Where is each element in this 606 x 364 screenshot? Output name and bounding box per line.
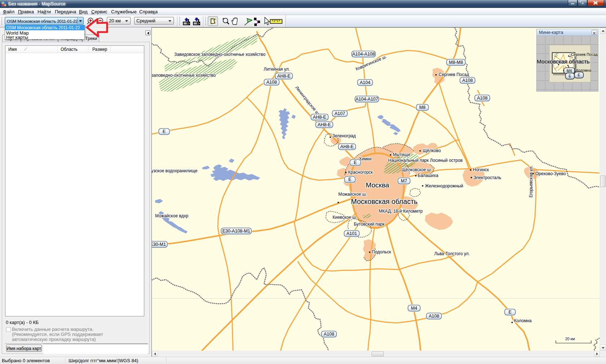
svg-text:Балашиха: Балашиха: [418, 173, 438, 178]
svg-text:АН8-Е: АН8-Е: [318, 122, 331, 127]
svg-text:МКАД, 18-й Километр: МКАД, 18-й Километр: [379, 209, 423, 214]
svg-text:Московская область: Московская область: [537, 58, 590, 65]
svg-text:М4: М4: [411, 306, 417, 311]
svg-text:Железнодорожный: Железнодорожный: [425, 183, 463, 188]
svg-text:Подольск: Подольск: [372, 249, 391, 254]
svg-text:Щёлковское ш.: Щёлковское ш.: [401, 167, 432, 172]
svg-text:АН8-Е: АН8-Е: [313, 115, 326, 120]
svg-text:Коломна: Коломна: [514, 318, 532, 323]
svg-text:А108: А108: [462, 78, 473, 83]
svg-text:А108: А108: [266, 80, 277, 85]
svg-text:Сергиев Посад: Сергиев Посад: [439, 72, 469, 77]
svg-text:Е: Е: [163, 129, 166, 134]
svg-text:Можайское вдхр: Можайское вдхр: [155, 213, 188, 218]
svg-text:узское водохранилище: узское водохранилище: [152, 168, 198, 173]
svg-text:заповедно-охотничье хозяйство: заповедно-охотничье хозяйство: [152, 73, 216, 78]
svg-text:Е30-М1: Е30-М1: [152, 242, 166, 247]
svg-text:АН8-Е: АН8-Е: [277, 74, 291, 79]
svg-text:Можайское ш.: Можайское ш.: [338, 192, 367, 197]
svg-text:Орехово-Зуево: Орехово-Зуево: [535, 171, 566, 176]
svg-text:А101: А101: [346, 231, 357, 236]
svg-text:Льва Толстого ул.: Льва Толстого ул.: [434, 251, 470, 256]
svg-text:А108: А108: [429, 314, 439, 319]
svg-text:Ногинск: Ногинск: [473, 167, 489, 172]
svg-text:Литейная ул.: Литейная ул.: [264, 67, 290, 72]
svg-text:А104-А108: А104-А108: [352, 52, 375, 57]
svg-text:Завидовское заповедно-охотничь: Завидовское заповедно-охотничье хозяйств…: [174, 52, 265, 57]
svg-text:АН8-Е: АН8-Е: [341, 144, 354, 149]
svg-text:Зеленоград: Зеленоград: [332, 133, 356, 138]
svg-text:Е: Е: [509, 310, 511, 315]
svg-text:Е: Е: [568, 74, 571, 78]
svg-text:Сергиев Посад: Сергиев Посад: [571, 52, 598, 57]
svg-text:Егорьевская ул.: Егорьевская ул.: [528, 165, 533, 197]
svg-text:Электросталь: Электросталь: [473, 175, 501, 180]
svg-text:М7: М7: [401, 178, 407, 183]
svg-text:Е: Е: [578, 73, 580, 77]
svg-text:Е30-А108-М1: Е30-А108-М1: [222, 228, 250, 234]
svg-text:Московская область: Московская область: [351, 197, 418, 205]
svg-text:Киевское ш.: Киевское ш.: [333, 215, 357, 220]
svg-text:20 км: 20 км: [565, 337, 575, 341]
svg-text:Мытищи: Мытищи: [393, 152, 410, 157]
svg-text:А104: А104: [360, 80, 370, 85]
svg-text:Москва: Москва: [366, 181, 389, 189]
svg-text:А108: А108: [324, 332, 334, 337]
svg-text:А108: А108: [477, 96, 487, 101]
svg-text:Е: Е: [354, 160, 357, 165]
svg-text:А104-А107: А104-А107: [356, 97, 378, 102]
svg-text:А107: А107: [334, 111, 345, 116]
svg-text:М4: М4: [567, 68, 572, 73]
svg-text:Щёлково: Щёлково: [423, 148, 441, 153]
svg-text:Е: Е: [348, 177, 351, 182]
svg-text:Красногорск: Красногорск: [348, 170, 373, 175]
svg-text:Национальный парк Лосиный остр: Национальный парк Лосиный остров: [388, 158, 462, 163]
svg-text:М8-М8: М8-М8: [449, 60, 463, 65]
svg-text:М8: М8: [419, 105, 425, 110]
svg-text:Бутовский парк: Бутовский парк: [354, 222, 385, 227]
